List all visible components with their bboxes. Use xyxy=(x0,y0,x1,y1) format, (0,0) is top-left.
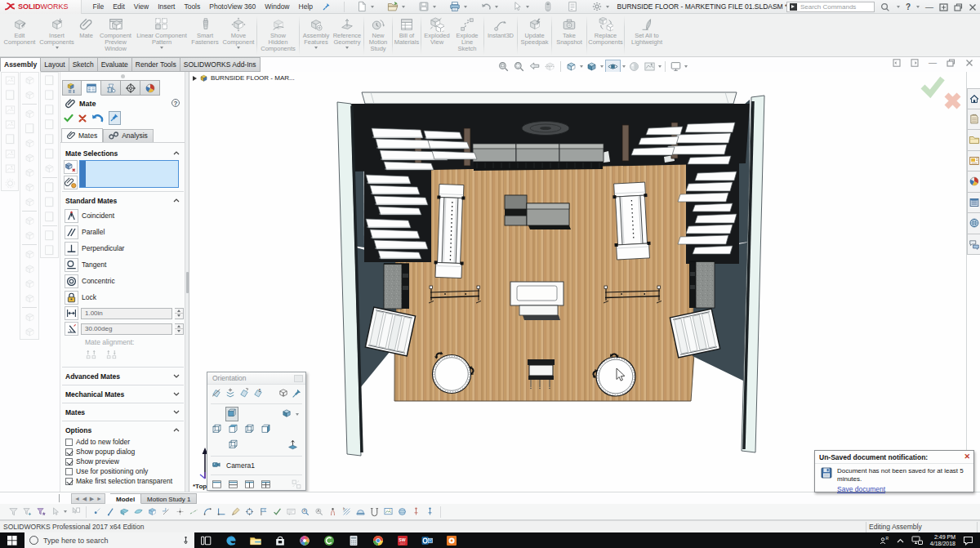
pm-pin-button[interactable] xyxy=(109,111,121,125)
headsup-dropdown-icon[interactable] xyxy=(580,65,583,68)
pm-dimx-tab[interactable] xyxy=(121,80,140,96)
link-views-button[interactable] xyxy=(291,479,302,491)
confirm-cancel-mark[interactable] xyxy=(947,95,959,107)
section-mechanical-mates[interactable]: Mechanical Mates xyxy=(60,387,185,401)
new-view-button[interactable] xyxy=(238,387,250,400)
left-display-showcase[interactable] xyxy=(365,307,415,356)
filter-centerline-button[interactable] xyxy=(189,506,199,517)
qat-open-doc[interactable] xyxy=(384,1,408,12)
ribbon-dropdown-icon[interactable] xyxy=(237,47,240,49)
notification-close-button[interactable]: ✕ xyxy=(964,453,970,460)
menu-help[interactable]: Help xyxy=(294,0,317,14)
taskbar-clock[interactable]: 2:49 PM 4/18/2018 xyxy=(930,534,956,547)
filter-zoom-a-button[interactable]: A xyxy=(300,506,310,517)
start-button[interactable] xyxy=(0,532,24,548)
checkbox-icon[interactable] xyxy=(65,439,73,446)
view-dropdown-icon[interactable] xyxy=(296,413,299,416)
ribbon-instant3d-button[interactable]: Instant3D xyxy=(485,14,516,56)
filter-cursor-sheet-button[interactable] xyxy=(70,506,81,517)
anti-aligned-toggle[interactable] xyxy=(105,348,118,362)
qat-dropdown-icon[interactable] xyxy=(606,6,609,8)
mate-type-coincident[interactable]: Coincident xyxy=(60,207,185,224)
next-document-button[interactable] xyxy=(911,59,919,67)
headsup-hide-show-button[interactable] xyxy=(605,60,621,74)
filter-target-button[interactable] xyxy=(244,506,255,517)
doc-close-button[interactable] xyxy=(965,59,973,67)
mate-type-parallel[interactable]: Parallel xyxy=(60,224,185,240)
option-use-for-positioning-only[interactable]: Use for positioning only xyxy=(60,466,185,476)
headsup-edit-appearance-button[interactable] xyxy=(627,60,641,73)
qat-new-doc[interactable] xyxy=(353,1,377,12)
filter-axis-button[interactable] xyxy=(161,506,172,517)
section-mates[interactable]: Mates xyxy=(60,405,185,419)
search-icon[interactable] xyxy=(880,2,891,12)
multiple-mate-icon[interactable] xyxy=(64,176,78,189)
confirm-ok-mark[interactable] xyxy=(923,78,942,94)
filter-hatch-button[interactable]: h xyxy=(341,506,352,517)
qat-print-doc[interactable] xyxy=(446,1,470,12)
section-options[interactable]: Options xyxy=(60,423,185,437)
checkbox-icon[interactable] xyxy=(65,468,73,475)
taskpane-custom-properties-tab[interactable] xyxy=(967,193,980,214)
taskbar-app-chrome[interactable] xyxy=(366,532,390,548)
tab-assembly[interactable]: Assembly xyxy=(0,57,41,72)
taskbar-app-vlc[interactable] xyxy=(439,532,464,548)
ribbon-move-component-button[interactable]: Move Component xyxy=(221,14,256,56)
doc-tab-motion-study-1[interactable]: Motion Study 1 xyxy=(141,493,197,504)
aligned-toggle[interactable] xyxy=(85,348,97,362)
menu-pin-icon[interactable] xyxy=(323,2,331,11)
section-expand-icon[interactable] xyxy=(173,373,179,379)
menu-edit[interactable]: Edit xyxy=(109,0,130,14)
taskpane-home-tab[interactable] xyxy=(967,88,980,109)
entities-to-mate-icon[interactable] xyxy=(64,160,78,174)
headsup-dropdown-icon[interactable] xyxy=(684,65,688,68)
taskbar-search-box[interactable]: Type here to search xyxy=(24,532,194,548)
option-show-preview[interactable]: Show preview xyxy=(60,457,185,466)
pm-config-tab[interactable] xyxy=(101,80,121,96)
top-wall-fascia[interactable] xyxy=(362,92,737,104)
doc-minimize-button[interactable]: — xyxy=(929,59,937,67)
section-standard-mates[interactable]: Standard Mates xyxy=(60,194,185,207)
viewport-single-button[interactable] xyxy=(211,479,223,491)
headsup-dropdown-icon[interactable] xyxy=(622,65,626,68)
ribbon-dropdown-icon[interactable] xyxy=(56,47,59,49)
pm-help-icon[interactable]: ? xyxy=(172,99,180,107)
headsup-view-settings-button[interactable] xyxy=(669,60,683,73)
tray-expand-icon[interactable] xyxy=(897,538,904,543)
filter-person-button[interactable] xyxy=(327,506,338,517)
section-expand-icon[interactable] xyxy=(173,409,179,415)
ribbon-smart-fasteners-button[interactable]: Smart Fasteners xyxy=(189,14,221,56)
left-corner-cabinet[interactable] xyxy=(384,264,402,309)
qat-save-doc[interactable] xyxy=(415,1,439,12)
taskbar-app-store[interactable] xyxy=(268,532,292,548)
pm-prop-tab[interactable] xyxy=(82,80,101,96)
left-gondola-shelf[interactable] xyxy=(434,184,466,278)
taskbar-app-file-explorer[interactable] xyxy=(243,532,268,548)
ribbon-replace-components-button[interactable]: Replace Components xyxy=(588,14,623,56)
ribbon-explode-line-sketch-button[interactable]: Explode Line Sketch xyxy=(452,14,483,56)
ribbon-take-snapshot-button[interactable]: Take Snapshot xyxy=(553,14,586,56)
viewport-four-button[interactable] xyxy=(260,479,272,491)
pm-undo-button[interactable] xyxy=(91,113,104,123)
angle-mate-row[interactable]: 30.00deg xyxy=(60,321,185,336)
viewport-two-vertical-button[interactable] xyxy=(243,479,256,491)
menu-file[interactable]: File xyxy=(88,0,109,14)
filter-check-button[interactable] xyxy=(272,506,283,517)
orientation-pin-button[interactable] xyxy=(292,388,302,400)
view-back-button[interactable] xyxy=(260,423,272,437)
taskpane-forum-tab[interactable] xyxy=(967,213,980,234)
update-view-button[interactable]: 5 xyxy=(252,387,264,400)
mate-type-concentric[interactable]: Concentric xyxy=(60,273,185,289)
action-center-icon[interactable] xyxy=(963,536,973,546)
section-expand-icon[interactable] xyxy=(173,391,179,397)
section-collapse-icon[interactable] xyxy=(173,427,179,433)
ribbon-component-preview-window-button[interactable]: Component Preview Window xyxy=(96,14,135,56)
mate-type-perpendicular[interactable]: Perpendicular xyxy=(60,240,185,256)
ribbon-insert-components-button[interactable]: Insert Components xyxy=(38,14,76,56)
tab-solidworks-add-ins[interactable]: SOLIDWORKS Add-Ins xyxy=(180,57,261,72)
ribbon-mate-button[interactable]: Mate xyxy=(76,14,96,56)
network-display-icon[interactable] xyxy=(911,536,923,545)
right-display-showcase[interactable] xyxy=(670,309,719,358)
tab-analysis[interactable]: Analysis xyxy=(103,129,154,142)
view-selector-button[interactable] xyxy=(225,387,236,400)
